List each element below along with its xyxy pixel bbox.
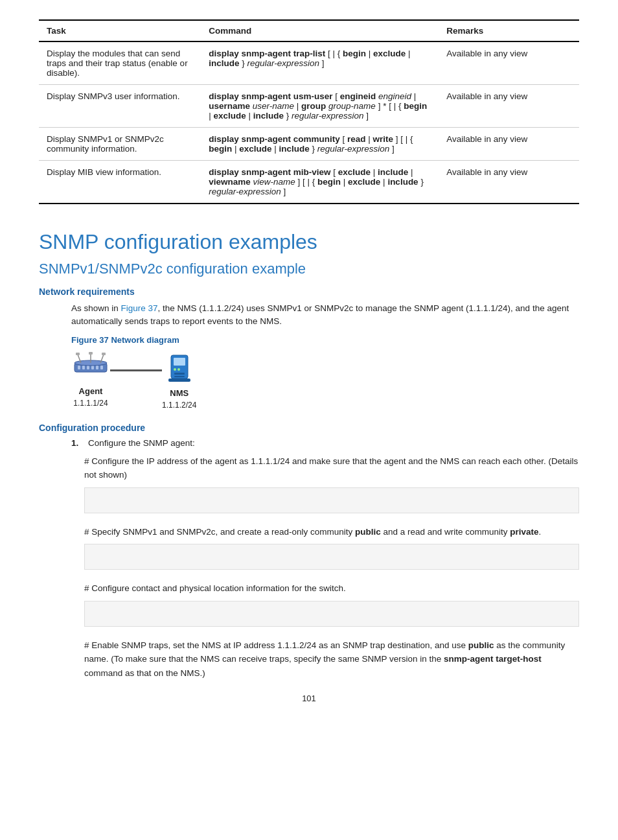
svg-point-17 [177,368,180,371]
config-code-block-2 [84,544,579,570]
config-text-4: # Enable SNMP traps, set the NMS at IP a… [84,638,579,681]
table-row: Display the modules that can send traps … [39,41,579,85]
svg-rect-12 [89,352,93,355]
figure-caption: Figure 37 Network diagram [71,335,579,345]
commands-table: Task Command Remarks Display the modules… [39,19,579,204]
svg-rect-6 [100,366,103,369]
step-list: 1. Configure the SNMP agent: [71,438,579,448]
svg-rect-18 [174,373,185,375]
svg-rect-19 [174,376,185,377]
section-title: SNMP configuration examples [39,230,579,254]
table-header-command: Command [201,20,439,41]
svg-rect-15 [174,358,185,366]
config-procedure-heading: Configuration procedure [39,423,579,433]
svg-rect-1 [78,366,80,369]
svg-rect-13 [102,353,106,355]
table-header-task: Task [39,20,201,41]
table-row: Display SNMPv3 user information. display… [39,85,579,128]
table-row: Display MIB view information. display sn… [39,161,579,204]
table-cell-remarks: Available in any view [439,41,579,85]
subsection-title: SNMPv1/SNMPv2c configuration example [39,261,579,277]
step-1-text: Configure the SNMP agent: [88,438,195,448]
table-cell-command: display snmp-agent mib-view [ exclude | … [201,161,439,204]
config-bold-public: public [355,527,381,537]
nms-ip: 1.1.1.2/24 [162,401,196,410]
config-bold-public2: public [468,640,494,650]
table-cell-command: display snmp-agent trap-list [ | { begin… [201,41,439,85]
agent-ip: 1.1.1.1/24 [73,399,108,408]
svg-rect-11 [76,353,80,355]
table-header-remarks: Remarks [439,20,579,41]
nms-label: NMS [170,388,189,398]
svg-rect-2 [82,366,85,369]
table-cell-task: Display the modules that can send traps … [39,41,201,85]
svg-rect-4 [91,366,94,369]
table-cell-remarks: Available in any view [439,128,579,161]
table-row: Display SNMPv1 or SNMPv2c community info… [39,128,579,161]
network-requirements-heading: Network requirements [39,286,579,297]
connection-line [110,369,162,371]
step-1-number: 1. [71,438,82,448]
config-code-block-1 [84,487,579,513]
agent-label: Agent [79,386,103,396]
network-requirements-text: As shown in Figure 37, the NMS (1.1.1.2/… [71,302,579,329]
config-bold-private: private [510,527,538,537]
table-cell-remarks: Available in any view [439,85,579,128]
config-text-2: # Specify SNMPv1 and SNMPv2c, and create… [84,525,579,539]
page-number: 101 [39,694,579,703]
figure-37-link[interactable]: Figure 37 [121,303,158,313]
svg-rect-20 [168,379,190,382]
agent-node: Agent 1.1.1.1/24 [71,351,110,408]
config-text-3: # Configure contact and physical locatio… [84,581,579,596]
svg-point-16 [174,368,176,371]
config-text-1: # Configure the IP address of the agent … [84,454,579,482]
table-cell-command: display snmp-agent community [ read | wr… [201,128,439,161]
step-1: 1. Configure the SNMP agent: [71,438,579,448]
svg-rect-3 [87,366,89,369]
network-diagram: Agent 1.1.1.1/24 NMS 1.1.1.2/24 [71,350,579,410]
config-code-block-3 [84,601,579,627]
table-cell-remarks: Available in any view [439,161,579,204]
table-cell-task: Display SNMPv3 user information. [39,85,201,128]
table-cell-task: Display SNMPv1 or SNMPv2c community info… [39,128,201,161]
config-bold-target-host: snmp-agent target-host [444,654,542,664]
svg-rect-5 [96,366,98,369]
table-cell-task: Display MIB view information. [39,161,201,204]
nms-icon [163,350,196,386]
agent-icon [71,351,110,384]
table-cell-command: display snmp-agent usm-user [ engineid e… [201,85,439,128]
nms-node: NMS 1.1.1.2/24 [162,350,196,410]
